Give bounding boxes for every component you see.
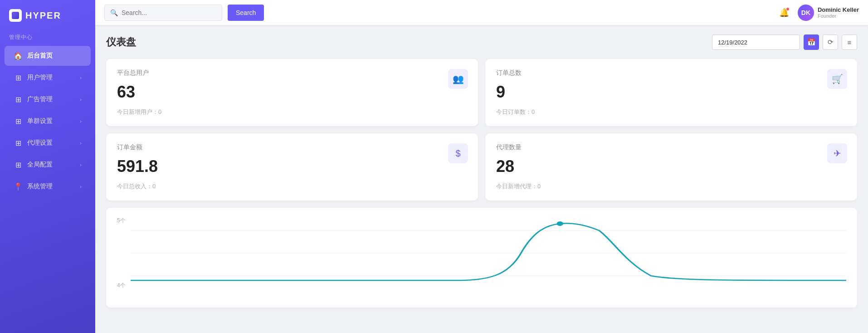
sidebar-item-home[interactable]: 🏠 后台首页	[5, 46, 91, 66]
chart-y-label-4: 4个	[117, 282, 126, 289]
dashboard: 仪表盘 📅 ⟳ ≡ 平台总用户 63 今日新增用户：0 �	[95, 25, 868, 333]
calendar-button[interactable]: 📅	[804, 34, 819, 50]
filter-button[interactable]: ≡	[842, 34, 857, 50]
grid-icon: ⊞	[14, 73, 23, 82]
sidebar-item-label: 单群设置	[27, 117, 75, 125]
chevron-right-icon: ›	[80, 118, 82, 124]
sidebar-item-groups[interactable]: ⊞ 单群设置 ›	[5, 111, 91, 131]
logo-text: HYPER	[25, 10, 61, 21]
sidebar-item-system[interactable]: 📍 系统管理 ›	[5, 176, 91, 196]
sidebar-item-ads[interactable]: ⊞ 广告管理 ›	[5, 89, 91, 109]
user-text: Dominic Keller Founder	[818, 6, 859, 19]
user-info[interactable]: DK Dominic Keller Founder	[798, 5, 859, 21]
filter-icon: ≡	[848, 39, 852, 46]
stat-card-total-orders: 订单总数 9 今日订单数：0 🛒	[485, 59, 857, 126]
header: 🔍 Search 🔔 DK Dominic Keller Founder	[95, 0, 868, 25]
stat-card-order-amount: 订单金额 591.8 今日总收入：0 $	[106, 133, 478, 201]
sidebar-item-label: 系统管理	[27, 182, 75, 191]
user-role: Founder	[818, 13, 859, 19]
refresh-icon: ⟳	[828, 38, 834, 46]
chart-card: 5个 4个	[106, 208, 857, 308]
chart-y-label-5: 5个	[117, 217, 126, 225]
stat-value: 63	[117, 83, 467, 102]
home-icon: 🏠	[14, 51, 23, 60]
stat-value: 28	[496, 157, 846, 176]
page-title: 仪表盘	[106, 35, 136, 49]
stat-sub: 今日总收入：0	[117, 182, 467, 191]
sidebar-item-label: 后台首页	[27, 52, 82, 60]
dashboard-header: 仪表盘 📅 ⟳ ≡	[106, 34, 857, 50]
stat-sub: 今日新增代理：0	[496, 182, 846, 191]
stat-value: 9	[496, 83, 846, 102]
sidebar: HYPER 管理中心 🏠 后台首页 ⊞ 用户管理 › ⊞ 广告管理 › ⊞ 单群…	[0, 0, 95, 333]
grid-icon: ⊞	[14, 117, 23, 126]
stat-title: 平台总用户	[117, 69, 467, 77]
chevron-right-icon: ›	[80, 97, 82, 102]
stat-value: 591.8	[117, 157, 467, 176]
stat-card-total-users: 平台总用户 63 今日新增用户：0 👥	[106, 59, 478, 126]
calendar-icon: 📅	[807, 38, 816, 46]
search-wrapper: 🔍	[104, 5, 222, 21]
sidebar-item-label: 广告管理	[27, 95, 75, 103]
sidebar-item-global[interactable]: ⊞ 全局配置 ›	[5, 155, 91, 175]
agent-icon: ✈	[827, 143, 847, 163]
cart-icon: 🛒	[827, 69, 847, 89]
sidebar-logo: HYPER	[0, 0, 95, 30]
chart-peak-dot	[557, 221, 563, 226]
sidebar-item-label: 用户管理	[27, 73, 75, 82]
search-input[interactable]	[122, 9, 203, 16]
search-icon: 🔍	[110, 9, 118, 16]
pin-icon: 📍	[14, 182, 23, 191]
notification-bell[interactable]: 🔔	[776, 5, 792, 21]
notification-dot	[786, 7, 790, 11]
grid-icon: ⊞	[14, 95, 23, 104]
sidebar-item-label: 代理设置	[27, 139, 75, 147]
user-name: Dominic Keller	[818, 6, 859, 13]
main-content: 🔍 Search 🔔 DK Dominic Keller Founder 仪表盘…	[95, 0, 868, 333]
sidebar-item-label: 全局配置	[27, 161, 75, 169]
users-icon: 👥	[448, 69, 468, 89]
line-chart-path	[131, 223, 846, 280]
dollar-icon: $	[448, 143, 468, 163]
stat-card-agent-count: 代理数量 28 今日新增代理：0 ✈	[485, 133, 857, 201]
refresh-button[interactable]: ⟳	[823, 34, 838, 50]
date-picker[interactable]	[712, 34, 800, 50]
search-button[interactable]: Search	[228, 5, 264, 21]
chevron-right-icon: ›	[80, 184, 82, 189]
stat-title: 代理数量	[496, 143, 846, 152]
sidebar-item-agents[interactable]: ⊞ 代理设置 ›	[5, 133, 91, 153]
sidebar-section-label: 管理中心	[0, 30, 95, 45]
grid-icon: ⊞	[14, 160, 23, 169]
dashboard-controls: 📅 ⟳ ≡	[712, 34, 857, 50]
stat-title: 订单金额	[117, 143, 467, 152]
avatar: DK	[798, 5, 814, 21]
chevron-right-icon: ›	[80, 75, 82, 80]
sidebar-item-users[interactable]: ⊞ 用户管理 ›	[5, 68, 91, 88]
line-chart-svg	[131, 217, 846, 289]
stat-sub: 今日订单数：0	[496, 108, 846, 116]
logo-icon	[9, 9, 22, 22]
chevron-right-icon: ›	[80, 162, 82, 167]
stats-grid: 平台总用户 63 今日新增用户：0 👥 订单总数 9 今日订单数：0 🛒 订单金…	[106, 59, 857, 201]
stat-sub: 今日新增用户：0	[117, 108, 467, 116]
grid-icon: ⊞	[14, 138, 23, 147]
chevron-right-icon: ›	[80, 140, 82, 146]
stat-title: 订单总数	[496, 69, 846, 77]
